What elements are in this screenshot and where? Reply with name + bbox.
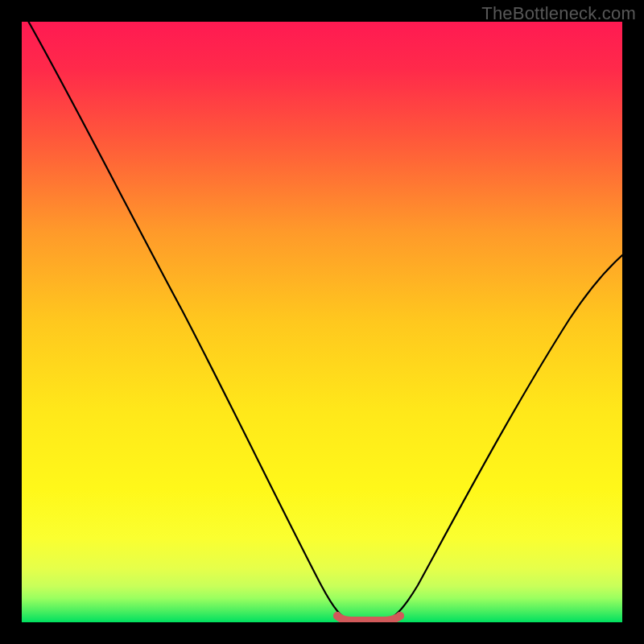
watermark-text: TheBottleneck.com bbox=[481, 3, 636, 24]
chart-plot-area bbox=[22, 22, 622, 622]
optimal-range-marker-left-dot bbox=[333, 612, 341, 620]
chart-gradient-background bbox=[22, 22, 622, 622]
chart-svg bbox=[22, 22, 622, 622]
optimal-range-marker-right-dot bbox=[396, 612, 404, 620]
